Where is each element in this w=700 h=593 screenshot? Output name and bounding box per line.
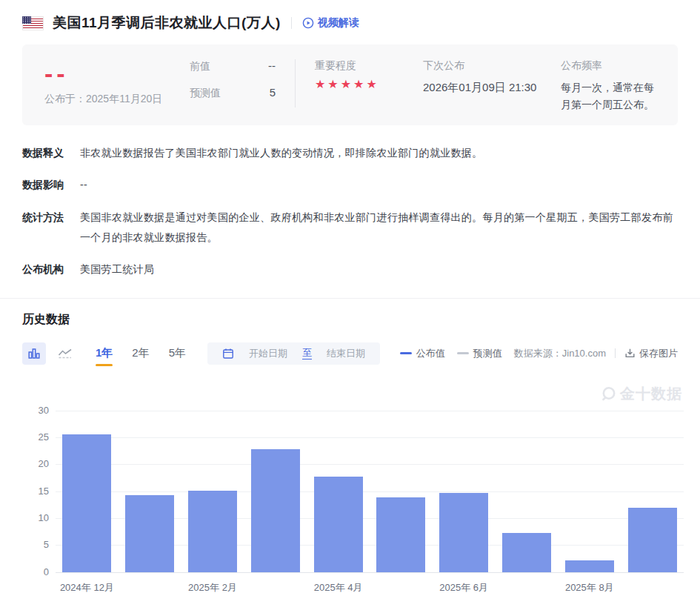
chart-plot[interactable] — [56, 411, 684, 572]
chart-bar[interactable] — [628, 508, 677, 572]
toolbar-left: 1年 2年 5年 开始日期 至 结束日期 — [22, 342, 380, 365]
previous-row: 前值 -- — [190, 59, 276, 73]
x-axis-tick: 2024年 12月 — [60, 581, 114, 593]
meta-content: 美国非农就业数据是通过对美国的企业、政府机构和非农业部门进行抽样调查得出的。每月… — [80, 208, 678, 248]
frequency-label: 公布频率 — [561, 59, 656, 73]
download-icon — [624, 348, 636, 359]
meta-row-method: 统计方法 美国非农就业数据是通过对美国的企业、政府机构和非农业部门进行抽样调查得… — [22, 208, 678, 248]
y-axis-tick: 20 — [22, 459, 49, 469]
published-date: 公布于：2025年11月20日 — [44, 93, 190, 106]
us-flag-icon — [22, 16, 44, 30]
calendar-icon — [222, 348, 234, 360]
date-to-label: 至 — [302, 348, 312, 360]
next-release-label: 下次公布 — [423, 59, 561, 73]
forecast-value: 5 — [270, 86, 276, 99]
range-1y[interactable]: 1年 — [95, 343, 113, 363]
history-chart: 金十数据 0510152025302024年 12月2025年 2月2025年 … — [22, 381, 693, 593]
x-axis-tick: 2025年 4月 — [314, 581, 363, 593]
header: 美国11月季调后非农就业人口(万人) 视频解读 — [22, 13, 678, 33]
y-axis-tick: 0 — [22, 567, 49, 577]
legend-actual-label: 公布值 — [416, 347, 445, 360]
summary-panel: -- 公布于：2025年11月20日 前值 -- 预测值 5 重要程度 ★★★★… — [22, 44, 678, 125]
bar-chart-toggle[interactable] — [22, 342, 46, 365]
legend-actual[interactable]: 公布值 — [400, 347, 445, 360]
date-range-picker[interactable]: 开始日期 至 结束日期 — [207, 342, 380, 365]
chart-bar[interactable] — [125, 495, 174, 572]
frequency-column: 公布频率 每月一次，通常在每月第一个周五公布。 — [561, 58, 656, 113]
play-circle-icon — [302, 17, 314, 29]
save-image-button[interactable]: 保存图片 — [624, 347, 678, 360]
video-explain-link[interactable]: 视频解读 — [302, 16, 359, 30]
meta-label: 公布机构 — [22, 259, 68, 279]
toolbar-right: 公布值 预测值 数据来源：Jin10.com 保存图片 — [400, 347, 678, 360]
chart-gridline — [56, 437, 684, 438]
page-title: 美国11月季调后非农就业人口(万人) — [53, 13, 281, 33]
jin10-watermark: 金十数据 — [601, 384, 682, 404]
meta-section: 数据释义 非农就业数据报告了美国非农部门就业人数的变动情况，即排除农业部门的就业… — [22, 143, 678, 279]
y-axis-tick: 15 — [22, 486, 49, 497]
save-image-label: 保存图片 — [639, 347, 678, 360]
chart-bar[interactable] — [62, 434, 111, 572]
actual-value: -- — [44, 67, 190, 80]
section-divider — [0, 298, 700, 299]
next-release-column: 下次公布 2026年01月09日 21:30 — [423, 58, 561, 95]
meta-content: 美国劳工统计局 — [80, 259, 678, 279]
published-value: 2025年11月20日 — [86, 93, 162, 105]
chart-bar[interactable] — [502, 533, 551, 572]
meta-label: 数据释义 — [22, 143, 68, 163]
meta-label: 数据影响 — [22, 175, 68, 195]
chart-toolbar: 1年 2年 5年 开始日期 至 结束日期 公布值 预测值 — [22, 342, 678, 365]
legend-forecast[interactable]: 预测值 — [457, 347, 502, 360]
importance-label: 重要程度 — [315, 59, 413, 73]
forecast-label: 预测值 — [190, 87, 221, 100]
importance-column: 重要程度 ★★★★★ — [315, 58, 413, 90]
chart-bar[interactable] — [439, 493, 488, 572]
line-chart-toggle[interactable] — [53, 342, 77, 365]
chart-bar[interactable] — [376, 497, 425, 572]
previous-value: -- — [268, 59, 276, 72]
legend-actual-swatch — [400, 352, 412, 354]
line-chart-icon — [58, 347, 73, 360]
chart-gridline — [56, 464, 684, 465]
bar-chart-icon — [27, 347, 41, 360]
watermark-text: 金十数据 — [620, 384, 682, 404]
legend-forecast-label: 预测值 — [473, 347, 502, 360]
start-date-input[interactable]: 开始日期 — [249, 347, 287, 360]
y-axis-tick: 25 — [22, 432, 49, 443]
previous-label: 前值 — [190, 60, 210, 73]
indicator-detail-page: 美国11月季调后非农就业人口(万人) 视频解读 -- 公布于：2025年11月2… — [0, 13, 700, 593]
panel-divider — [295, 59, 296, 107]
chart-bar[interactable] — [314, 477, 363, 572]
x-axis-tick: 2025年 8月 — [565, 581, 614, 593]
jin10-logo-icon — [601, 385, 617, 402]
chart-gridline — [56, 572, 684, 573]
end-date-input[interactable]: 结束日期 — [327, 347, 365, 360]
published-label: 公布于： — [44, 93, 86, 105]
range-2y[interactable]: 2年 — [131, 343, 150, 363]
title-divider — [291, 17, 292, 29]
meta-content: -- — [80, 175, 678, 195]
importance-stars: ★★★★★ — [315, 79, 413, 90]
toolbar-divider — [615, 348, 616, 358]
chart-bar[interactable] — [188, 491, 237, 572]
actual-column: -- 公布于：2025年11月20日 — [44, 58, 190, 106]
video-link-label: 视频解读 — [318, 16, 359, 30]
forecast-row: 预测值 5 — [190, 86, 276, 100]
chart-gridline — [56, 491, 684, 492]
meta-label: 统计方法 — [22, 208, 68, 248]
y-axis-tick: 30 — [22, 405, 49, 416]
meta-content: 非农就业数据报告了美国非农部门就业人数的变动情况，即排除农业部门的就业数据。 — [80, 143, 678, 163]
chart-gridline — [56, 411, 684, 411]
chart-bar[interactable] — [251, 449, 300, 572]
prev-forecast-column: 前值 -- 预测值 5 — [190, 58, 276, 100]
range-5y[interactable]: 5年 — [168, 343, 187, 363]
meta-row-definition: 数据释义 非农就业数据报告了美国非农部门就业人数的变动情况，即排除农业部门的就业… — [22, 143, 678, 163]
next-release-value: 2026年01月09日 21:30 — [423, 81, 561, 95]
history-heading: 历史数据 — [22, 312, 678, 328]
x-axis-tick: 2025年 6月 — [439, 581, 488, 593]
data-source: 数据来源：Jin10.com — [514, 347, 606, 360]
frequency-value: 每月一次，通常在每月第一个周五公布。 — [561, 79, 656, 113]
chart-bar[interactable] — [565, 560, 614, 572]
y-axis-tick: 5 — [22, 540, 49, 550]
x-axis-tick: 2025年 2月 — [188, 581, 237, 593]
